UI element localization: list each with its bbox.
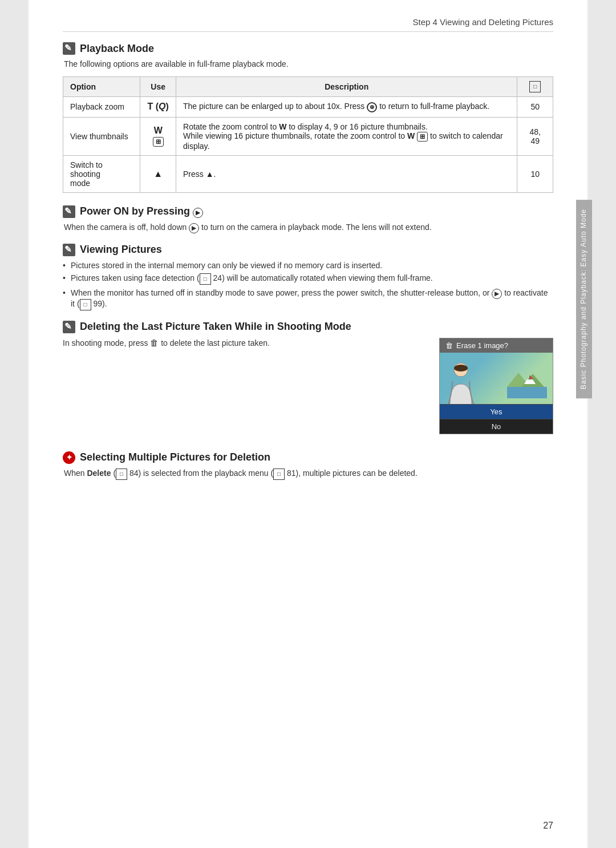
section-selecting-title: ✦ Selecting Multiple Pictures for Deleti…	[63, 451, 553, 464]
options-table: Option Use Description □ Playback zoom T…	[63, 76, 553, 193]
side-label: Basic Photography and Playback: Easy Aut…	[576, 200, 592, 398]
playback-mode-desc: The following options are available in f…	[64, 59, 553, 68]
col-option: Option	[63, 77, 140, 97]
table-row: View thumbnails W ⊞ Rotate the zoom cont…	[63, 117, 553, 155]
bullet-item: Pictures taken using face detection (□ 2…	[63, 273, 553, 285]
ref-shooting-mode: 10	[517, 155, 553, 192]
section-playback-mode-title: ✎ Playback Mode	[63, 42, 553, 55]
option-playback-zoom: Playback zoom	[63, 97, 140, 118]
desc-playback-zoom: The picture can be enlarged up to about …	[176, 97, 517, 118]
viewing-bullets: Pictures stored in the internal memory c…	[63, 261, 553, 310]
use-playback-zoom: T (Q)	[140, 97, 176, 118]
desc-shooting-mode: Press ▲.	[176, 155, 517, 192]
option-shooting-mode: Switch to shootingmode	[63, 155, 140, 192]
bullet-item: Pictures stored in the internal memory c…	[63, 261, 553, 270]
ref-thumbnails: 48, 49	[517, 117, 553, 155]
table-row: Playback zoom T (Q) The picture can be e…	[63, 97, 553, 118]
option-thumbnails: View thumbnails	[63, 117, 140, 155]
page-header: Step 4 Viewing and Deleting Pictures	[63, 17, 553, 32]
erase-dialog: 🗑 Erase 1 image?	[439, 338, 553, 434]
person-illustration	[445, 361, 477, 404]
boat-illustration	[507, 367, 547, 398]
section-deleting-title: ✎ Deleting the Last Picture Taken While …	[63, 321, 553, 333]
dialog-yes: Yes	[440, 404, 553, 419]
svg-rect-2	[507, 387, 547, 398]
power-on-desc: When the camera is off, hold down ▶ to t…	[64, 223, 553, 233]
delete-row: In shooting mode, press 🗑 to delete the …	[63, 338, 553, 434]
col-use: Use	[140, 77, 176, 97]
page-number: 27	[543, 821, 553, 831]
selecting-desc: When Delete (□ 84) is selected from the …	[64, 469, 553, 480]
delete-description: In shooting mode, press 🗑 to delete the …	[63, 338, 422, 348]
dialog-image	[440, 353, 553, 404]
dialog-options: Yes No	[440, 404, 553, 434]
red-circle-icon: ✦	[63, 451, 75, 464]
section-viewing-title: ✎ Viewing Pictures	[63, 244, 553, 256]
bullet-item: When the monitor has turned off in stand…	[63, 288, 553, 310]
section-power-on-title: ✎ Power ON by Pressing ▶	[63, 205, 553, 218]
svg-point-1	[454, 365, 468, 371]
col-ref: □	[517, 77, 553, 97]
table-row: Switch to shootingmode ▲ Press ▲. 10	[63, 155, 553, 192]
dialog-no: No	[440, 419, 553, 434]
col-description: Description	[176, 77, 517, 97]
desc-thumbnails: Rotate the zoom control to W to display …	[176, 117, 517, 155]
ref-playback-zoom: 50	[517, 97, 553, 118]
use-shooting-mode: ▲	[140, 155, 176, 192]
use-thumbnails: W ⊞	[140, 117, 176, 155]
dialog-header: 🗑 Erase 1 image?	[440, 338, 553, 353]
